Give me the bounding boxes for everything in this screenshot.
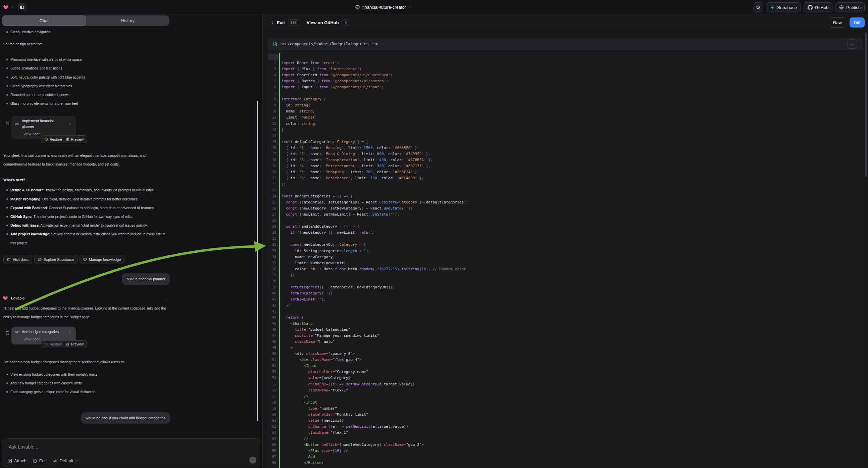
code-line: 1 (268, 54, 863, 60)
line-number: 54 (268, 375, 276, 381)
message-menu-button[interactable]: ... (166, 294, 170, 302)
line-number: 32 (268, 242, 276, 248)
line-number: 25 (268, 199, 276, 205)
external-icon (7, 258, 11, 261)
chat-scroll-area[interactable]: Clean, intuitive navigationFor the desig… (0, 26, 257, 436)
line-number: 30 (268, 230, 276, 236)
settings-button[interactable]: ⚙ (753, 2, 763, 12)
visit-docs-button[interactable]: Visit docs (3, 255, 32, 264)
version-card[interactable]: <>Add budget categoriesView codeRestoreP… (11, 327, 76, 345)
line-number: 20 (268, 169, 276, 175)
fold-chevron-icon[interactable]: ⌄ (276, 224, 279, 230)
agent-name: Lovable (11, 294, 25, 302)
code-line: 14 (268, 133, 863, 139)
chevron-up-icon (850, 42, 854, 46)
preview-button[interactable]: Preview (66, 135, 84, 144)
line-number: 53 (268, 369, 276, 375)
fold-chevron-icon[interactable]: ⌄ (276, 96, 279, 103)
chat-scrollbar[interactable] (257, 101, 258, 421)
g-key-badge: G (343, 20, 349, 26)
code-line: 56 className="flex-1" (268, 387, 863, 393)
line-number: 26 (268, 205, 276, 211)
restore-icon (44, 343, 48, 346)
line-number: 49 (268, 345, 276, 351)
file-path-bar[interactable]: src/components/budget/BudgetCategories.t… (268, 38, 863, 50)
version-card[interactable]: <>Implement financial plannerView codeRe… (11, 116, 76, 139)
version-card-row: <>Add budget categoriesView codeRestoreP… (3, 327, 168, 345)
code-line: 10 name: string; (268, 109, 863, 115)
exit-button[interactable]: Exit (277, 20, 285, 25)
edit-mode-button[interactable]: Edit (33, 458, 46, 463)
line-number: 66 (268, 448, 276, 454)
collapse-file-button[interactable] (847, 39, 857, 49)
code-line: 29⌄ const handleAddCategory = () => { (268, 224, 863, 230)
code-line: 61 value={newLimit} (268, 418, 863, 424)
line-number: 12 (268, 121, 276, 127)
edit-label: Edit (39, 458, 46, 463)
line-number: 19 (268, 163, 276, 169)
code-line: 35 limit: Number(newLimit), (268, 260, 863, 266)
fold-chevron-icon[interactable]: ⌄ (276, 242, 279, 248)
line-number: 6 (268, 84, 276, 90)
agent-header: Lovable... (3, 294, 168, 302)
file-added-icon (273, 41, 277, 46)
code-line: 57 /> (268, 393, 863, 400)
fold-chevron-icon[interactable]: ⌄ (276, 194, 279, 199)
diff-tab[interactable]: Diff (849, 18, 865, 28)
top-bar: financial-future-creator ⚙ Supabase GitH… (0, 0, 868, 14)
project-switcher[interactable]: financial-future-creator (355, 0, 412, 14)
file-path: src/components/budget/BudgetCategories.t… (280, 41, 378, 46)
workspace-chevron-icon[interactable] (11, 5, 14, 9)
preview-button[interactable]: Preview (66, 340, 84, 349)
line-number: 44 (268, 315, 276, 321)
bookmark-icon (5, 331, 10, 336)
supabase-button[interactable]: Supabase (766, 2, 801, 12)
code-line: 12 color: string; (268, 121, 863, 127)
version-title: Implement financial planner (22, 118, 66, 129)
line-number: 16 (268, 145, 276, 151)
toggle-sidebar-button[interactable] (18, 3, 26, 11)
code-line: 64 /> (268, 436, 863, 442)
line-number: 36 (268, 266, 276, 272)
manage-knowledge-button[interactable]: Manage knowledge (80, 255, 124, 264)
send-button[interactable] (249, 457, 256, 464)
code-line: 23 (268, 187, 863, 194)
github-button[interactable]: GitHub (804, 2, 832, 12)
paragraph-text: What's next? (3, 176, 168, 184)
code-line: 41 setNewLimit(''); (268, 296, 863, 302)
code-line: 58 <Input (268, 400, 863, 406)
code-line: 11 limit: number; (268, 115, 863, 120)
chevright-icon (68, 330, 72, 334)
raw-tab[interactable]: Raw (829, 18, 846, 28)
fold-chevron-icon[interactable]: ⌄ (276, 139, 279, 145)
user-message-row: would be cool if you could add budget ca… (3, 412, 168, 424)
code-line: 66 <Plus size={16} /> (268, 448, 863, 454)
list-item: GitHub Sync: Transfer your project's cod… (3, 212, 168, 221)
model-selector[interactable]: Default (53, 458, 78, 463)
explore-supabase-button[interactable]: Explore Supabase (34, 255, 78, 264)
tab-history[interactable]: History (86, 16, 170, 26)
line-number: 24 (268, 194, 276, 199)
bullet-list: Clean, intuitive navigation (3, 28, 168, 36)
restore-button[interactable]: Restore (44, 340, 62, 349)
esc-key-badge: ESC (288, 20, 299, 26)
line-number: 35 (268, 260, 276, 266)
chat-composer[interactable]: Ask Lovable... Attach Edit Default (2, 438, 260, 467)
line-number: 23 (268, 187, 276, 194)
attach-button[interactable]: Attach (7, 458, 27, 463)
line-number: 51 (268, 357, 276, 363)
composer-input[interactable]: Ask Lovable... (9, 444, 38, 449)
publish-button[interactable]: Publish (835, 2, 865, 12)
code-line: 60 placeholder="Monthly limit" (268, 412, 863, 418)
code-scrollbar[interactable] (865, 33, 867, 177)
code-line: 39 setCategories([...categories, newCate… (268, 284, 863, 290)
chevron-left-icon[interactable] (270, 21, 275, 25)
restore-button[interactable]: Restore (44, 135, 62, 144)
lovable-logo-icon[interactable] (3, 4, 9, 10)
view-on-github-button[interactable]: View on GitHub (307, 20, 339, 25)
tab-chat[interactable]: Chat (2, 16, 86, 26)
line-number: 42 (268, 302, 276, 309)
code-editor[interactable]: 12import React from 'react';3import { Pl… (268, 50, 863, 468)
chat-paragraph: Your sleek financial planner is now read… (3, 151, 168, 169)
code-line: 46 title="Budget Categories" (268, 327, 863, 333)
